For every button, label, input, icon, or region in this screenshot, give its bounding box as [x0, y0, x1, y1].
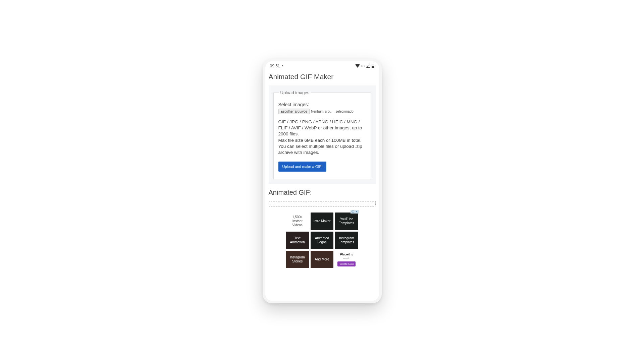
status-dot: •	[282, 64, 283, 68]
ad-info-icon: ⓘ	[351, 210, 355, 214]
status-time: 09:51	[270, 64, 280, 68]
result-dropzone[interactable]	[269, 201, 376, 206]
limits-info: Max file size 6MB each or 100MB in total…	[278, 137, 366, 143]
ad-badge[interactable]: ⓘ✕	[351, 210, 359, 214]
wifi-icon	[355, 64, 360, 68]
ad-grid[interactable]: ⓘ✕ 1,500+ Instant Videos Intro Maker You…	[286, 213, 358, 268]
status-right: 4G	[355, 64, 374, 68]
screen-content[interactable]: Animated GIF Maker Upload images Select …	[265, 69, 379, 301]
multi-info: You can select multiple files or upload …	[278, 143, 366, 156]
status-left: 09:51 •	[270, 64, 283, 68]
upload-legend: Upload images	[279, 90, 311, 95]
file-status-text: Nenhum arqu… selecionado	[311, 110, 354, 113]
phone-mockup-frame: 09:51 • 4G Animated GIF Maker Upload ima…	[263, 59, 382, 303]
ad-tile-5[interactable]: Instagram Templates	[335, 232, 358, 249]
choose-files-button[interactable]: Escolher arquivos	[278, 109, 310, 114]
svg-rect-2	[372, 66, 374, 68]
signal-icon	[366, 64, 370, 68]
ad-brand-name: Placeit by envato	[336, 253, 357, 260]
ad-tile-0[interactable]: 1,500+ Instant Videos	[286, 213, 309, 230]
ad-tile-4[interactable]: Animated Logos	[311, 232, 333, 249]
network-badge: 4G	[361, 64, 365, 68]
status-bar: 09:51 • 4G	[265, 61, 379, 69]
file-input-row: Escolher arquivos Nenhum arqu… seleciona…	[278, 109, 366, 114]
ad-tile-3[interactable]: Text Animation	[286, 232, 309, 249]
ad-tile-6[interactable]: Instagram Stories	[286, 251, 309, 268]
page-title: Animated GIF Maker	[269, 73, 376, 81]
select-images-label: Select images:	[278, 102, 366, 107]
battery-icon	[372, 64, 374, 68]
upload-fieldset: Upload images Select images: Escolher ar…	[273, 90, 371, 179]
ad-close-icon[interactable]: ✕	[355, 210, 359, 214]
ad-tile-7[interactable]: And More	[311, 251, 333, 268]
upload-submit-button[interactable]: Upload and make a GIF!	[278, 162, 327, 172]
ad-tile-2[interactable]: YouTube Templates	[335, 213, 358, 230]
ad-create-button[interactable]: Create Now	[337, 261, 356, 266]
result-title: Animated GIF:	[269, 189, 376, 196]
formats-info: GIF / JPG / PNG / APNG / HEIC / MNG / FL…	[278, 119, 366, 137]
ad-brand-tile[interactable]: Placeit by envato Create Now	[335, 251, 358, 268]
upload-panel: Upload images Select images: Escolher ar…	[269, 85, 376, 184]
ad-tile-1[interactable]: Intro Maker	[311, 213, 333, 230]
